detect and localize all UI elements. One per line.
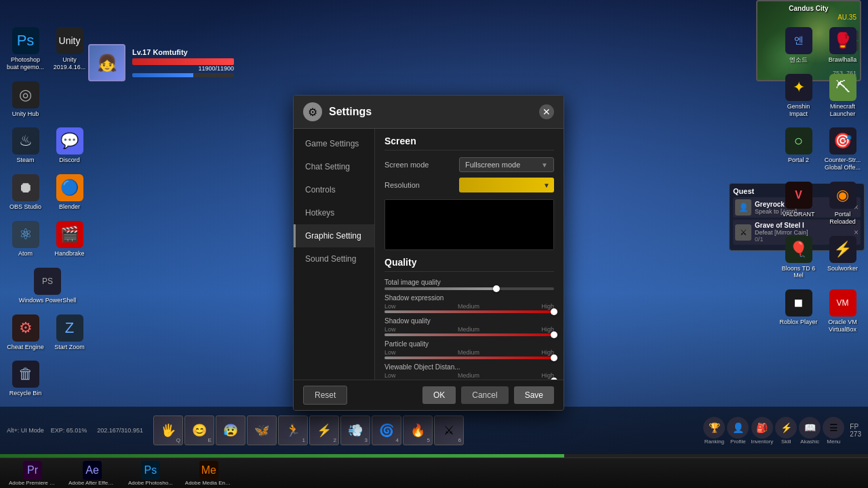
menu-btn[interactable]: ☰ Menu (823, 417, 844, 445)
exp-text: EXP: 65.01% (51, 427, 87, 434)
desktop-icon-powershell[interactable]: PS Windows PowerShell (3, 264, 92, 308)
vo-low-label: Low (384, 372, 396, 379)
desktop-icon-counter-strike[interactable]: 🎯 Counter-Str... Global Offe... (821, 124, 865, 175)
nav-chat-setting[interactable]: Chat Setting (294, 155, 374, 178)
right-row-5: 🎈 Bloons TD 6 Mel ⚡ Soulworker (776, 232, 865, 283)
taskbar-app-premiere[interactable]: Pr Adobe Premiere Pr... (3, 460, 62, 487)
atom-icon: ⚛ (12, 221, 39, 248)
right-row-1: 엔 엔소드 🥊 Brawlhalla (776, 24, 865, 67)
nav-game-settings[interactable]: Game Settings (294, 132, 374, 155)
skill-key-6: 4 (395, 437, 398, 443)
desktop-icon-startzoom[interactable]: Z Start Zoom (47, 311, 92, 354)
save-button[interactable]: Save (514, 386, 554, 404)
shadow-quality-thumb (551, 331, 557, 338)
particle-quality-track[interactable] (384, 357, 554, 359)
ok-button[interactable]: OK (422, 386, 456, 404)
desktop-icon-obs[interactable]: ⏺ OBS Studio (3, 171, 47, 214)
icon-row-6: PS Windows PowerShell (3, 264, 92, 308)
desktop-icon-minecraft[interactable]: ⛏ Minecraft Launcher (821, 70, 865, 121)
skill-btn[interactable]: ⚡ Skill (775, 417, 797, 445)
discord-label: Discord (59, 157, 80, 164)
skill-slot-e[interactable]: 😊 E (184, 415, 214, 445)
skill-slot-3[interactable]: 🏃 1 (278, 415, 308, 445)
icon-row-7: ⚙ Cheat Engine Z Start Zoom (3, 311, 92, 354)
desktop-icon-handbrake[interactable]: 🎬 Handbrake (47, 218, 92, 261)
ranking-btn[interactable]: 🏆 Ranking (703, 417, 725, 445)
skill-slot-8[interactable]: ⚔ 6 (434, 415, 464, 445)
skill-slot-7[interactable]: 🔥 5 (403, 415, 433, 445)
desktop-icon-steam[interactable]: ♨ Steam (3, 124, 47, 167)
taskbar-app-aftereffects[interactable]: Ae Adobe After Effects 2020 (63, 460, 121, 487)
photoshop-taskbar-icon: Ps (141, 461, 160, 480)
mediaencoder-taskbar-label: Adobe Media Encoder 2020 (185, 480, 233, 486)
desktop-icon-oracle[interactable]: VM Oracle VM VirtualBox (821, 286, 865, 337)
desktop-icon-brawlhalla[interactable]: 🥊 Brawlhalla (821, 24, 865, 67)
obs-icon: ⏺ (12, 174, 39, 201)
obs-label: OBS Studio (9, 203, 41, 211)
skill-key-q: Q (176, 437, 180, 443)
resolution-dropdown[interactable] (459, 178, 554, 192)
profile-btn[interactable]: 👤 Profile (727, 417, 749, 445)
reset-button[interactable]: Reset (303, 386, 347, 405)
settings-content: Screen Screen mode Fullscreen mode ▼ Res… (375, 129, 564, 380)
desktop-icon-photoshop[interactable]: Ps Photoshop buat ngemo... (3, 24, 47, 75)
nav-controls[interactable]: Controls (294, 178, 374, 201)
desktop-icon-bloons[interactable]: 🎈 Bloons TD 6 Mel (776, 232, 821, 283)
skill-slot-1[interactable]: 😰 (216, 415, 245, 445)
desktop-icon-soulworker[interactable]: ⚡ Soulworker (821, 232, 865, 283)
premiere-taskbar-icon: Pr (23, 461, 42, 480)
desktop-icon-roblox[interactable]: ■ Roblox Player (776, 286, 821, 337)
taskbar-app-mediaencoder[interactable]: Me Adobe Media Encoder 2020 (180, 460, 238, 487)
nav-graphic-setting[interactable]: Graphic Setting (294, 224, 374, 247)
icon-row-5: ⚛ Atom 🎬 Handbrake (3, 218, 92, 261)
skill-slot-2[interactable]: 🦋 (247, 415, 277, 445)
screen-mode-dropdown[interactable]: Fullscreen mode ▼ (459, 157, 554, 172)
skill-slot-5[interactable]: 💨 3 (340, 415, 370, 445)
skill-slot-4-icon: ⚡ (317, 423, 332, 438)
ranking-icon: 🏆 (703, 417, 725, 439)
desktop-icon-ensod[interactable]: 엔 엔소드 (776, 24, 821, 67)
desktop-icon-blender[interactable]: 🔵 Blender (47, 171, 92, 214)
startzoom-icon: Z (56, 314, 83, 342)
desktop-icon-unity[interactable]: Unity Unity 2019.4.16... (47, 24, 92, 75)
akashic-btn[interactable]: 📖 Akashic (799, 417, 821, 445)
inventory-btn[interactable]: 🎒 Inventory (751, 417, 773, 445)
shadow-expression-track[interactable] (384, 310, 554, 313)
desktop-icon-atom[interactable]: ⚛ Atom (3, 218, 47, 261)
steam-icon: ♨ (12, 127, 39, 155)
desktop-icon-unity-hub[interactable]: ◎ Unity Hub (3, 78, 47, 121)
skill-slot-3-icon: 🏃 (285, 423, 300, 438)
blender-label: Blender (59, 203, 80, 211)
nav-sound-setting[interactable]: Sound Setting (294, 247, 374, 270)
shadow-quality-track[interactable] (384, 333, 554, 336)
desktop-icon-genshin[interactable]: ✦ Genshin Impact (776, 70, 821, 121)
desktop-icon-recycle[interactable]: 🗑 Recycle Bin (3, 357, 47, 401)
desktop-icon-discord[interactable]: 💬 Discord (47, 124, 92, 167)
desktop-icon-valorant[interactable]: V VALORANT (776, 178, 821, 229)
recycle-label: Recycle Bin (9, 390, 42, 397)
cancel-button[interactable]: Cancel (461, 386, 508, 404)
icon-row-8: 🗑 Recycle Bin (3, 357, 92, 401)
valorant-label: VALORANT (783, 211, 815, 218)
total-image-quality-track[interactable] (384, 287, 554, 290)
skill-slot-6[interactable]: 🌀 4 (372, 415, 401, 445)
desktop-icon-portal-reloaded[interactable]: ◉ Portal Reloaded (821, 178, 865, 229)
nav-hotkeys[interactable]: Hotkeys (294, 201, 374, 224)
settings-close-button[interactable]: ✕ (539, 104, 554, 119)
skill-slot-4[interactable]: ⚡ 2 (309, 415, 339, 445)
desktop-icon-portal2[interactable]: ○ Portal 2 (776, 124, 821, 175)
resolution-label: Resolution (384, 181, 420, 189)
sq-medium-label: Medium (458, 326, 479, 333)
photoshop-taskbar-label: Adobe Photosho... (128, 480, 173, 486)
screen-mode-value: Fullscreen mode (465, 161, 520, 169)
icon-row-1: Ps Photoshop buat ngemo... Unity Unity 2… (3, 24, 92, 75)
taskbar-app-photoshop[interactable]: Ps Adobe Photosho... (123, 460, 178, 487)
skill-slot-q[interactable]: 🖐 Q (153, 415, 183, 445)
desktop-icon-cheatengine[interactable]: ⚙ Cheat Engine (3, 311, 47, 354)
settings-sidebar: Game Settings Chat Setting Controls Hotk… (294, 129, 375, 380)
ensod-label: 엔소드 (789, 56, 808, 64)
particle-quality-label: Particle quality (384, 340, 554, 348)
total-image-quality-track-container (384, 287, 554, 290)
total-image-quality-label: Total image quality (384, 279, 554, 286)
bloons-label: Bloons TD 6 Mel (778, 265, 818, 280)
